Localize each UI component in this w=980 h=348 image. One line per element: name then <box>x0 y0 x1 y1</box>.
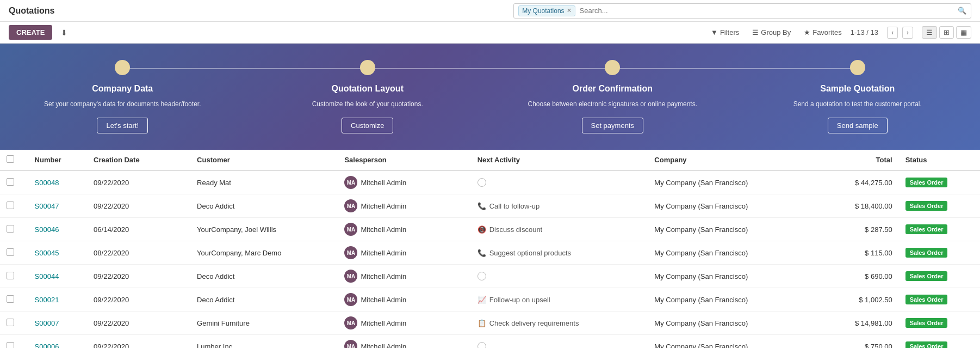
avatar-4: MA <box>344 270 357 283</box>
col-header-company[interactable]: Company <box>648 150 810 170</box>
search-input[interactable] <box>578 5 958 16</box>
salesperson-name-0: Mitchell Admin <box>361 179 406 187</box>
col-header-customer[interactable]: Customer <box>190 150 338 170</box>
customer-0: Ready Mat <box>190 170 338 194</box>
row-checkbox-4[interactable] <box>7 272 14 279</box>
activity-cell-6: 📋 Check delivery requirements <box>477 319 642 327</box>
order-number-7[interactable]: S00006 <box>35 343 59 349</box>
table-row: S00006 09/22/2020 Lumber Inc MA Mitchell… <box>0 335 980 349</box>
hero-step-4: Sample Quotation Send a quotation to tes… <box>735 60 981 133</box>
salesperson-0: MA Mitchell Admin <box>338 170 470 194</box>
customer-7: Lumber Inc <box>190 335 338 349</box>
creation-date-0: 09/22/2020 <box>87 170 190 194</box>
hero-step-3: Order Confirmation Choose between electr… <box>490 60 735 133</box>
groupby-label: Group By <box>761 28 791 36</box>
status-6: Sales Order <box>899 312 980 335</box>
step-desc-2: Customize the look of your quotations. <box>256 99 480 109</box>
export-button[interactable]: ⬇ <box>57 26 72 39</box>
step-title-4: Sample Quotation <box>746 84 970 94</box>
list-view-button[interactable]: ☰ <box>922 26 937 39</box>
step-title-3: Order Confirmation <box>501 84 724 94</box>
kanban-view-button[interactable]: ⊞ <box>939 26 954 39</box>
activity-text-5: Follow-up on upsell <box>489 296 550 304</box>
status-5: Sales Order <box>899 288 980 312</box>
total-3: $ 115.00 <box>810 241 899 265</box>
table-row: S00047 09/22/2020 Deco Addict MA Mitchel… <box>0 194 980 218</box>
select-all-checkbox[interactable] <box>7 155 14 163</box>
hero-step-1: Company Data Set your company's data for… <box>0 60 245 133</box>
top-bar: Quotations My Quotations ✕ 🔍 <box>0 0 980 22</box>
customer-6: Gemini Furniture <box>190 312 338 335</box>
step-button-1[interactable]: Let's start! <box>97 118 148 133</box>
remove-filter-icon[interactable]: ✕ <box>567 7 572 14</box>
avatar-3: MA <box>344 246 357 259</box>
status-7: Sales Order <box>899 335 980 349</box>
groupby-button[interactable]: ☰ Group By <box>748 26 795 39</box>
order-number-4[interactable]: S00044 <box>35 272 59 280</box>
creation-date-5: 09/22/2020 <box>87 288 190 312</box>
salesperson-2: MA Mitchell Admin <box>338 218 470 241</box>
row-checkbox-3[interactable] <box>7 248 14 256</box>
col-header-salesperson[interactable]: Salesperson <box>338 150 470 170</box>
favorites-button[interactable]: ★ Favorites <box>799 26 846 39</box>
col-header-status[interactable]: Status <box>899 150 980 170</box>
status-badge-3: Sales Order <box>905 248 948 258</box>
order-number-1[interactable]: S00047 <box>35 202 59 210</box>
avatar-7: MA <box>344 340 357 348</box>
activity-circle-icon <box>477 178 486 187</box>
table-body: S00048 09/22/2020 Ready Mat MA Mitchell … <box>0 170 980 348</box>
order-number-5[interactable]: S00021 <box>35 296 59 304</box>
step-title-1: Company Data <box>11 84 234 94</box>
hero-banner: Company Data Set your company's data for… <box>0 44 980 150</box>
total-7: $ 750.00 <box>810 335 899 349</box>
step-dot-4 <box>850 60 865 75</box>
step-dot-1 <box>115 60 130 75</box>
search-icon: 🔍 <box>958 7 966 15</box>
next-page-button[interactable]: › <box>902 27 913 39</box>
step-button-2[interactable]: Customize <box>342 118 393 133</box>
row-checkbox-6[interactable] <box>7 319 14 326</box>
activity-cell-5: 📈 Follow-up on upsell <box>477 296 642 304</box>
filters-button[interactable]: ▼ Filters <box>706 26 743 39</box>
customer-3: YourCompany, Marc Demo <box>190 241 338 265</box>
col-header-date[interactable]: Creation Date <box>87 150 190 170</box>
order-number-0[interactable]: S00048 <box>35 179 59 187</box>
order-number-6[interactable]: S00007 <box>35 319 59 327</box>
salesperson-1: MA Mitchell Admin <box>338 194 470 218</box>
step-button-3[interactable]: Set payments <box>582 118 644 133</box>
table-row: S00048 09/22/2020 Ready Mat MA Mitchell … <box>0 170 980 194</box>
search-filter-tag[interactable]: My Quotations ✕ <box>518 5 575 16</box>
row-checkbox-5[interactable] <box>7 295 14 303</box>
salesperson-5: MA Mitchell Admin <box>338 288 470 312</box>
prev-page-button[interactable]: ‹ <box>887 27 898 39</box>
avatar-6: MA <box>344 316 357 329</box>
status-0: Sales Order <box>899 170 980 194</box>
status-badge-2: Sales Order <box>905 224 948 234</box>
salesperson-6: MA Mitchell Admin <box>338 312 470 335</box>
table-row: S00046 06/14/2020 YourCompany, Joel Will… <box>0 218 980 241</box>
col-header-number[interactable]: Number <box>28 150 88 170</box>
row-checkbox-0[interactable] <box>7 178 14 186</box>
total-5: $ 1,002.50 <box>810 288 899 312</box>
order-number-2[interactable]: S00046 <box>35 225 59 234</box>
order-number-3[interactable]: S00045 <box>35 249 59 257</box>
create-button[interactable]: CREATE <box>9 25 52 40</box>
creation-date-3: 08/22/2020 <box>87 241 190 265</box>
salesperson-name-6: Mitchell Admin <box>361 319 406 327</box>
table-row: S00007 09/22/2020 Gemini Furniture MA Mi… <box>0 312 980 335</box>
col-header-total[interactable]: Total <box>810 150 899 170</box>
activity-cell-0 <box>477 178 642 187</box>
step-button-4[interactable]: Send sample <box>828 118 888 133</box>
calendar-view-button[interactable]: ▦ <box>956 26 971 39</box>
row-checkbox-7[interactable] <box>7 342 14 349</box>
avatar-2: MA <box>344 223 357 236</box>
row-checkbox-2[interactable] <box>7 225 14 233</box>
chart-icon: 📈 <box>477 296 486 304</box>
col-header-activity[interactable]: Next Activity <box>471 150 648 170</box>
row-checkbox-1[interactable] <box>7 202 14 209</box>
search-wrapper: My Quotations ✕ 🔍 <box>513 3 971 19</box>
activity-cell-4 <box>477 272 642 280</box>
step-desc-4: Send a quotation to test the customer po… <box>746 99 970 109</box>
star-icon: ★ <box>804 28 810 36</box>
company-4: My Company (San Francisco) <box>648 265 810 288</box>
